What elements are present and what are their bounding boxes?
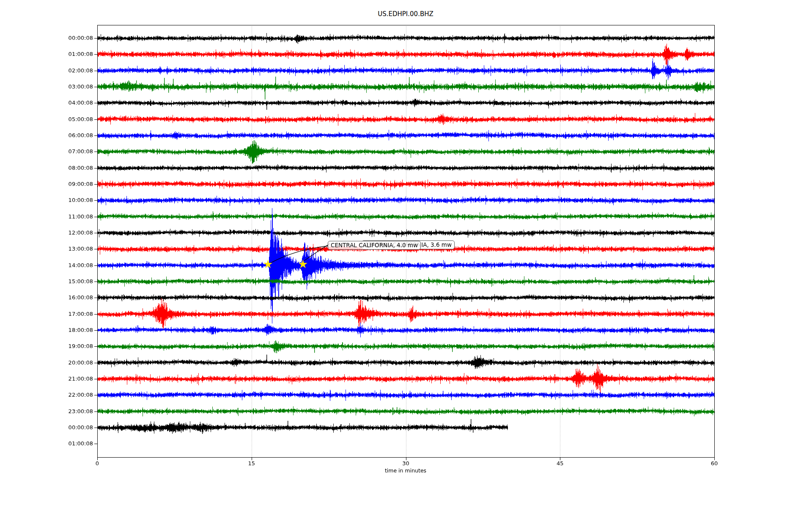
seismogram-figure: US.EDHPI.00.BHZ 00:00:0801:00:0802:00:08…: [0, 0, 812, 508]
row-label: 07:00:08: [47, 148, 93, 155]
row-label: 18:00:08: [47, 327, 93, 334]
row-label: 01:00:08: [47, 51, 93, 58]
row-label: 21:00:08: [47, 375, 93, 382]
row-label: 00:00:08: [47, 35, 93, 41]
row-label: 03:00:08: [47, 83, 93, 90]
x-tick-label: 60: [711, 460, 718, 467]
row-label: 23:00:08: [47, 408, 93, 415]
x-axis-label: time in minutes: [385, 467, 426, 474]
row-label: 10:00:08: [47, 197, 93, 204]
row-label: 13:00:08: [47, 246, 93, 252]
row-label: 04:00:08: [47, 99, 93, 106]
row-label: 05:00:08: [47, 116, 93, 123]
row-label: 20:00:08: [47, 359, 93, 366]
event-star-marker-1: ★: [263, 258, 273, 270]
row-label: 01:00:08: [47, 440, 93, 447]
row-label: 22:00:08: [47, 392, 93, 398]
seismogram-canvas: [0, 0, 812, 508]
row-label: 11:00:08: [47, 213, 93, 220]
row-label: 09:00:08: [47, 181, 93, 188]
row-label: 08:00:08: [47, 165, 93, 171]
row-label: 17:00:08: [47, 311, 93, 318]
x-tick-label: 45: [557, 460, 564, 467]
event-annotation-front: CENTRAL CALIFORNIA, 4.0 mw: [328, 241, 421, 250]
x-tick-label: 30: [402, 460, 409, 467]
row-label: 14:00:08: [47, 262, 93, 269]
row-label: 15:00:08: [47, 278, 93, 285]
row-label: 00:00:08: [47, 424, 93, 431]
row-label: 06:00:08: [47, 132, 93, 139]
x-tick-label: 0: [96, 460, 99, 467]
event-star-marker-2: ★: [298, 258, 308, 270]
row-label: 12:00:08: [47, 229, 93, 236]
row-label: 16:00:08: [47, 294, 93, 301]
row-label: 02:00:08: [47, 67, 93, 74]
x-tick-label: 15: [248, 460, 255, 467]
row-label: 19:00:08: [47, 343, 93, 350]
